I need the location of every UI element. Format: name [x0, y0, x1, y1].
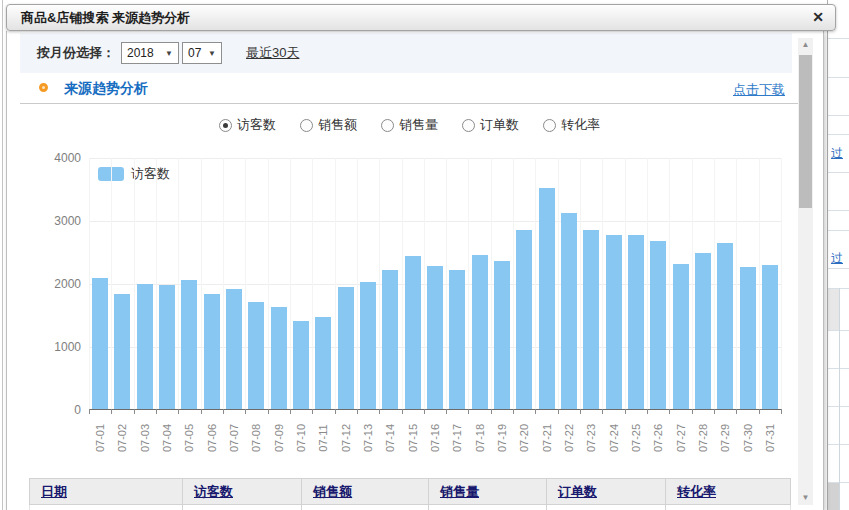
background-partial-link[interactable]: 过 — [831, 250, 843, 267]
bar-slot — [402, 158, 424, 409]
year-select[interactable]: 2018 ▼ — [121, 42, 179, 64]
bar-slot — [603, 158, 625, 409]
x-tick-label: 07-12 — [340, 424, 352, 452]
bar-07-26[interactable] — [650, 241, 666, 409]
bar-07-23[interactable] — [583, 230, 599, 409]
bar-07-30[interactable] — [740, 267, 756, 409]
table-sort-link-转化率[interactable]: 转化率 — [677, 484, 716, 499]
recent-30-days-link[interactable]: 最近30天 — [246, 44, 299, 62]
y-tick-label: 3000 — [21, 214, 81, 228]
chevron-down-icon: ▼ — [208, 49, 216, 58]
table-cell-empty — [665, 505, 790, 510]
x-axis-labels: 07-0107-0207-0307-0407-0507-0607-0707-08… — [89, 412, 781, 464]
bar-07-12[interactable] — [338, 287, 354, 409]
section-title: 来源趋势分析 — [64, 80, 148, 98]
radio-option-转化率[interactable]: 转化率 — [543, 116, 600, 134]
radio-option-销售额[interactable]: 销售额 — [300, 116, 357, 134]
radio-selected-icon[interactable] — [219, 119, 232, 132]
bar-07-25[interactable] — [628, 235, 644, 409]
x-label-cell: 07-14 — [379, 412, 401, 464]
bar-07-04[interactable] — [159, 285, 175, 409]
close-icon[interactable]: ✕ — [812, 5, 824, 30]
y-tick-label: 1000 — [21, 340, 81, 354]
table-sort-link-访客数[interactable]: 访客数 — [194, 484, 233, 499]
bar-07-18[interactable] — [472, 255, 488, 409]
bar-07-01[interactable] — [92, 278, 108, 409]
radio-option-访客数[interactable]: 访客数 — [219, 116, 276, 134]
bar-07-10[interactable] — [293, 321, 309, 409]
chevron-down-icon: ▼ — [165, 49, 173, 58]
bar-07-06[interactable] — [204, 294, 220, 409]
month-filter-bar: 按月份选择： 2018 ▼ 07 ▼ 最近30天 — [20, 33, 792, 73]
bar-07-09[interactable] — [271, 307, 287, 409]
background-row-divider — [828, 134, 849, 135]
table-body-partial-row — [29, 505, 791, 510]
bar-07-03[interactable] — [137, 284, 153, 409]
background-row-divider — [828, 115, 849, 116]
bar-07-20[interactable] — [516, 230, 532, 409]
table-sort-link-销售额[interactable]: 销售额 — [313, 484, 352, 499]
bar-07-17[interactable] — [449, 270, 465, 409]
bar-07-16[interactable] — [427, 266, 443, 409]
table-sort-link-订单数[interactable]: 订单数 — [558, 484, 597, 499]
x-tick-label: 07-24 — [608, 424, 620, 452]
x-tick-label: 07-07 — [228, 424, 240, 452]
x-label-cell: 07-20 — [513, 412, 535, 464]
bar-07-22[interactable] — [561, 213, 577, 409]
radio-label: 转化率 — [561, 116, 600, 134]
background-partial-link[interactable]: 过 — [831, 145, 843, 162]
vertical-scrollbar[interactable]: ▲ ▼ — [798, 38, 813, 505]
month-select[interactable]: 07 ▼ — [182, 42, 222, 64]
x-label-cell: 07-21 — [536, 412, 558, 464]
x-label-cell: 07-15 — [402, 412, 424, 464]
table-header-订单数: 订单数 — [546, 479, 665, 504]
radio-unselected-icon[interactable] — [543, 119, 556, 132]
bar-07-08[interactable] — [248, 302, 264, 409]
radio-unselected-icon[interactable] — [462, 119, 475, 132]
bar-slot — [335, 158, 357, 409]
bar-07-11[interactable] — [315, 317, 331, 409]
bar-07-14[interactable] — [382, 270, 398, 409]
x-label-cell: 07-13 — [357, 412, 379, 464]
bar-07-13[interactable] — [360, 282, 376, 409]
bar-07-05[interactable] — [181, 280, 197, 409]
bar-07-19[interactable] — [494, 261, 510, 409]
bar-07-02[interactable] — [114, 294, 130, 409]
y-tick-label: 2000 — [21, 277, 81, 291]
scroll-down-icon[interactable]: ▼ — [798, 491, 813, 505]
radio-label: 销售量 — [399, 116, 438, 134]
radio-option-销售量[interactable]: 销售量 — [381, 116, 438, 134]
download-link[interactable]: 点击下载 — [733, 81, 785, 99]
x-label-cell: 07-31 — [759, 412, 781, 464]
bar-07-21[interactable] — [539, 188, 555, 409]
bar-07-07[interactable] — [226, 289, 242, 409]
bar-07-29[interactable] — [717, 243, 733, 409]
bar-07-15[interactable] — [405, 256, 421, 409]
bar-slot — [670, 158, 692, 409]
x-tick-label: 07-11 — [317, 424, 329, 451]
radio-unselected-icon[interactable] — [381, 119, 394, 132]
scrollbar-thumb[interactable] — [799, 55, 812, 208]
bar-slot — [290, 158, 312, 409]
x-label-cell: 07-12 — [335, 412, 357, 464]
dialog-body: 按月份选择： 2018 ▼ 07 ▼ 最近30天 来源趋势分析 点击下载 访客数… — [6, 31, 824, 510]
bar-07-28[interactable] — [695, 253, 711, 409]
bar-07-27[interactable] — [673, 264, 689, 409]
x-label-cell: 07-07 — [223, 412, 245, 464]
radio-unselected-icon[interactable] — [300, 119, 313, 132]
data-table: 日期访客数销售额销售量订单数转化率 — [29, 478, 791, 510]
bullet-circle-icon — [39, 83, 48, 92]
scroll-up-icon[interactable]: ▲ — [798, 38, 813, 52]
x-tick-label: 07-27 — [675, 424, 687, 452]
radio-option-订单数[interactable]: 订单数 — [462, 116, 519, 134]
table-sort-link-日期[interactable]: 日期 — [41, 484, 67, 499]
bar-slot — [156, 158, 178, 409]
x-label-cell: 07-10 — [290, 412, 312, 464]
dialog-titlebar: 商品&店铺搜索 来源趋势分析 ✕ — [6, 4, 836, 31]
bar-07-24[interactable] — [606, 235, 622, 409]
bar-07-31[interactable] — [762, 265, 778, 409]
y-tick-label: 4000 — [21, 151, 81, 165]
table-sort-link-销售量[interactable]: 销售量 — [440, 484, 479, 499]
x-tick-label: 07-30 — [742, 424, 754, 452]
table-cell-empty — [546, 505, 665, 510]
